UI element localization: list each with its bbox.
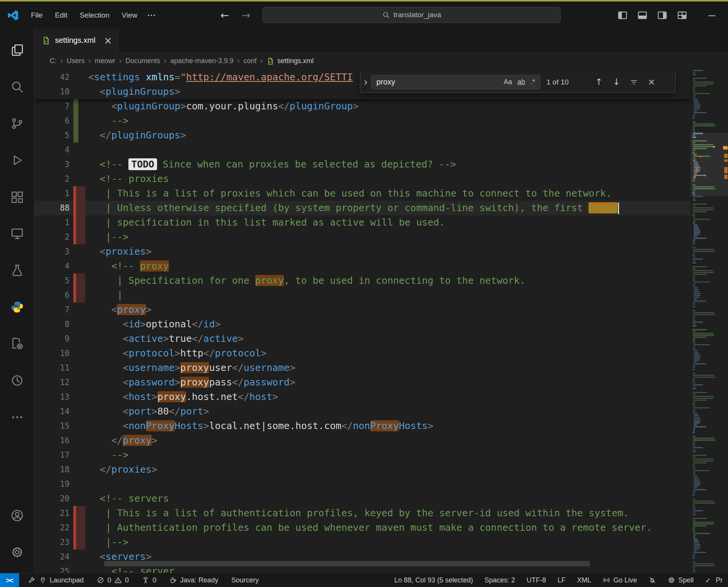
code-line[interactable]: 4 <box>34 143 691 157</box>
line-number[interactable]: 16 <box>34 433 70 448</box>
toggle-secondary-sidebar-button[interactable] <box>652 5 672 25</box>
code-line[interactable]: 21 | This is a list of authentication pr… <box>34 506 691 520</box>
code-line[interactable]: 6 | <box>34 288 691 302</box>
line-number[interactable]: 88 <box>34 201 70 215</box>
code-line[interactable]: 9 <active>true</active> <box>34 332 691 346</box>
status-sourcery[interactable]: Sourcery <box>227 573 263 587</box>
menu-file[interactable]: File <box>25 8 49 22</box>
code-line[interactable]: 8 <id>optional</id> <box>34 317 691 332</box>
line-number[interactable]: 3 <box>34 244 70 259</box>
toggle-primary-sidebar-button[interactable] <box>613 5 632 25</box>
line-number[interactable]: 4 <box>34 259 70 273</box>
find-in-selection-button[interactable] <box>626 74 642 90</box>
command-center-search[interactable]: translator_java <box>263 7 561 23</box>
next-match-button[interactable]: ↓ <box>608 74 624 90</box>
code-line[interactable]: 11 <username>proxyuser</username> <box>34 361 691 375</box>
line-number[interactable]: 1 <box>34 186 70 201</box>
code-line[interactable]: 22 | Authentication profiles can be used… <box>34 520 691 535</box>
activity-item-testing[interactable] <box>0 252 34 289</box>
line-number[interactable]: 17 <box>34 448 70 462</box>
status-java-status[interactable]: Java: Ready <box>165 573 222 587</box>
code-line[interactable]: 4 <!-- proxy <box>34 259 691 273</box>
line-number[interactable]: 24 <box>34 550 70 564</box>
line-number[interactable]: 42 <box>34 70 70 85</box>
code-line[interactable]: 18 </proxies> <box>34 462 691 477</box>
line-number[interactable]: 25 <box>34 564 70 573</box>
activity-item-run-and-debug[interactable] <box>0 142 34 179</box>
breadcrumb-file[interactable]: settings.xml <box>267 57 314 65</box>
status-launchpad[interactable]: Launchpad <box>24 573 88 587</box>
activity-item-timeline[interactable] <box>0 362 34 399</box>
line-number[interactable]: 4 <box>34 143 70 157</box>
activity-item-remote-explorer[interactable] <box>0 215 34 252</box>
breadcrumb-item[interactable]: meowr <box>95 57 115 65</box>
status-eol[interactable]: LF <box>554 573 569 587</box>
activity-item-project-settings[interactable] <box>0 325 34 362</box>
close-tab-icon[interactable]: × <box>104 36 112 46</box>
line-number[interactable]: 6 <box>34 288 70 302</box>
line-number[interactable]: 10 <box>34 346 70 361</box>
code-line[interactable]: 19 <box>34 477 691 491</box>
breadcrumb-item[interactable]: conf <box>243 57 256 65</box>
code-line[interactable]: 20 <!-- servers <box>34 491 691 506</box>
code-line[interactable]: 1 | specification in this list marked as… <box>34 215 691 230</box>
line-number[interactable]: 15 <box>34 419 70 433</box>
status-language-mode[interactable]: XML <box>573 573 595 587</box>
line-number[interactable]: 12 <box>34 375 70 390</box>
menu-more-button[interactable] <box>143 9 160 22</box>
status-indentation[interactable]: Spaces: 2 <box>481 573 519 587</box>
status-encoding[interactable]: UTF-8 <box>523 573 550 587</box>
line-number[interactable]: 19 <box>34 477 70 491</box>
code-line[interactable]: 10 <protocol>http</protocol> <box>34 346 691 361</box>
activity-item-source-control[interactable] <box>0 105 34 142</box>
status-do-not-disturb[interactable] <box>645 573 660 587</box>
code-line[interactable]: 15 <nonProxyHosts>local.net|some.host.co… <box>34 419 691 433</box>
status-spell-checker[interactable]: Spell <box>664 573 697 587</box>
line-number[interactable]: 11 <box>34 361 70 375</box>
line-number[interactable]: 1 <box>34 215 70 230</box>
code-line[interactable]: 7 <pluginGroup>com.your.plugins</pluginG… <box>34 99 691 114</box>
line-number[interactable]: 9 <box>34 332 70 346</box>
activity-item-python[interactable] <box>0 289 34 325</box>
line-number[interactable]: 18 <box>34 462 70 477</box>
activity-item-accounts[interactable] <box>0 497 34 534</box>
breadcrumb-item[interactable]: C: <box>50 57 57 65</box>
regex-button[interactable]: .* <box>528 77 538 87</box>
breadcrumb-item[interactable]: Documents <box>125 57 160 65</box>
code-line[interactable]: 23 |--> <box>34 535 691 550</box>
code-editor[interactable]: 7 <pluginGroup>com.your.plugins</pluginG… <box>34 70 728 573</box>
code-line[interactable]: 1 | This is a list of proxies which can … <box>34 186 691 201</box>
line-number[interactable]: 13 <box>34 390 70 404</box>
line-number[interactable]: 21 <box>34 506 70 520</box>
previous-match-button[interactable]: ↑ <box>591 74 607 90</box>
line-number[interactable]: 20 <box>34 491 70 506</box>
line-number[interactable]: 14 <box>34 404 70 419</box>
toggle-replace-button[interactable]: › <box>360 72 371 93</box>
activity-item-explorer[interactable] <box>0 32 34 68</box>
code-line[interactable]: 5 </pluginGroups> <box>34 128 691 143</box>
navigate-back-button[interactable]: ← <box>216 2 233 29</box>
navigate-forward-button[interactable]: → <box>238 2 255 29</box>
code-line[interactable]: 12 <password>proxypass</password> <box>34 375 691 390</box>
line-number[interactable]: 5 <box>34 128 70 143</box>
horizontal-scrollbar[interactable] <box>104 561 590 566</box>
breadcrumb-item[interactable]: apache-maven-3.9.9 <box>170 57 233 65</box>
code-line[interactable]: 2 <!-- proxies <box>34 172 691 186</box>
code-line[interactable]: 6 --> <box>34 114 691 128</box>
breadcrumb-item[interactable]: Users <box>66 57 84 65</box>
menu-edit[interactable]: Edit <box>49 8 73 22</box>
code-line[interactable]: 5 | Specification for one proxy, to be u… <box>34 273 691 288</box>
whole-word-button[interactable]: ab <box>515 77 528 87</box>
activity-item-additional-views[interactable] <box>0 399 34 436</box>
toggle-panel-button[interactable] <box>632 5 652 25</box>
code-line[interactable]: 17 --> <box>34 448 691 462</box>
status-remote-indicator[interactable]: >< <box>0 573 19 587</box>
line-number[interactable]: 22 <box>34 520 70 535</box>
status-go-live[interactable]: Go Live <box>599 573 641 587</box>
close-find-button[interactable]: × <box>644 74 660 90</box>
line-number[interactable]: 6 <box>34 114 70 128</box>
line-number[interactable]: 7 <box>34 302 70 317</box>
code-line[interactable]: 3 <!-- TODO Since when can proxies be se… <box>34 157 691 172</box>
code-line[interactable]: 14 <port>80</port> <box>34 404 691 419</box>
code-line[interactable]: 16 </proxy> <box>34 433 691 448</box>
